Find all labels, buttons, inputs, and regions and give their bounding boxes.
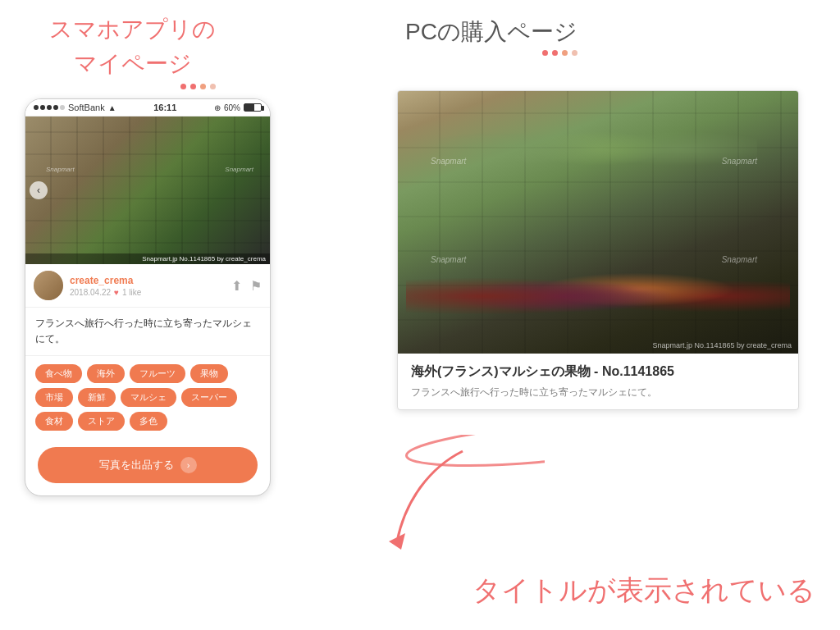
tag-food[interactable]: 食べ物 [35, 364, 82, 383]
status-time: 16:11 [153, 103, 176, 112]
phone-tags: 食べ物 海外 フルーツ 果物 市場 新鮮 マルシェ スーパー 食材 ストア 多色 [25, 356, 270, 439]
dot-1 [180, 84, 186, 89]
arrow-annotation [381, 435, 545, 558]
battery-icon [244, 103, 262, 112]
pc-photo-credit: Snapmart.jp No.1141865 by create_crema [652, 341, 792, 349]
pc-snapmart-3: Snapmart [431, 255, 466, 264]
battery-fill [244, 104, 254, 111]
rdot-1 [542, 50, 548, 56]
pc-product-title: 海外(フランス)マルシェの果物 - No.1141865 [411, 363, 785, 381]
svg-point-0 [405, 435, 545, 473]
phone-description: フランスへ旅行へ行った時に立ち寄ったマルシェにて。 [25, 308, 270, 356]
snapmart-watermark-2: Snapmart [225, 166, 253, 173]
left-section: スマホアプリの マイページ SoftBank ▲ 16: [16, 0, 361, 630]
tag-market[interactable]: 市場 [35, 388, 73, 407]
signal-dot-3 [47, 105, 52, 110]
left-title-block: スマホアプリの マイページ [49, 12, 216, 89]
phone-produce-image [25, 116, 270, 264]
flag-icon[interactable]: ⚑ [250, 278, 262, 294]
phone-status-bar: SoftBank ▲ 16:11 ⊕ 60% [25, 99, 270, 116]
left-title-line1: スマホアプリの [49, 12, 216, 47]
tag-marche[interactable]: マルシェ [121, 388, 176, 407]
snapmart-watermark-1: Snapmart [46, 166, 75, 173]
pc-snapmart-4: Snapmart [722, 255, 757, 264]
battery-label: 60% [224, 103, 240, 112]
phone-photo-credit: Snapmart.jp No.1141865 by create_crema [25, 253, 270, 264]
signal-dot-1 [34, 105, 39, 110]
pc-produce-visual [398, 91, 798, 354]
dot-3 [200, 84, 206, 89]
signal-dot-2 [40, 105, 45, 110]
tag-overseas[interactable]: 海外 [87, 364, 125, 383]
dot-2 [190, 84, 196, 89]
tag-fruits[interactable]: フルーツ [130, 364, 185, 383]
pc-snapmart-1: Snapmart [431, 157, 466, 166]
submit-arrow-icon: › [180, 457, 197, 473]
submit-label: 写真を出品する [99, 458, 174, 472]
status-left: SoftBank ▲ [34, 103, 116, 112]
user-name: create_crema [70, 275, 225, 286]
tag-ingredients[interactable]: 食材 [35, 412, 73, 431]
rdot-2 [552, 50, 558, 56]
tag-store[interactable]: ストア [78, 412, 125, 431]
phone-mockup: SoftBank ▲ 16:11 ⊕ 60% Snapmart Snapmart… [25, 98, 271, 496]
right-section: PCの購入ページ Snapmart Snapmart Snapmart Snap… [381, 0, 815, 630]
user-date: 2018.04.22 ♥ 1 like [70, 288, 225, 297]
user-avatar [34, 271, 63, 300]
wifi-icon: ▲ [108, 103, 116, 112]
battery-tip [262, 106, 264, 111]
status-right: ⊕ 60% [214, 103, 262, 112]
signal-dot-4 [53, 105, 58, 110]
tag-super[interactable]: スーパー [181, 388, 237, 407]
bottom-label: タイトルが表示されている [472, 572, 815, 609]
tag-multicolor[interactable]: 多色 [130, 412, 167, 431]
tag-fruit2[interactable]: 果物 [190, 364, 228, 383]
phone-user-info: create_crema 2018.04.22 ♥ 1 like ⬆ ⚑ [25, 264, 270, 308]
signal-dots [34, 105, 65, 110]
user-actions: ⬆ ⚑ [231, 278, 262, 294]
heart-icon: ♥ [114, 288, 119, 297]
battery-percent: ⊕ [214, 103, 221, 112]
dot-4 [210, 84, 216, 89]
phone-submit-button[interactable]: 写真を出品する › [38, 447, 258, 483]
pc-product-description: フランスへ旅行へ行った時に立ち寄ったマルシェにて。 [411, 386, 785, 399]
right-title-block: PCの購入ページ [405, 16, 578, 56]
left-title-line2: マイページ [49, 47, 216, 81]
pc-product-info: 海外(フランス)マルシェの果物 - No.1141865 フランスへ旅行へ行った… [398, 354, 798, 409]
user-details: create_crema 2018.04.22 ♥ 1 like [70, 275, 225, 297]
carrier-label: SoftBank [68, 103, 105, 112]
signal-dot-5 [60, 105, 65, 110]
pc-snapmart-2: Snapmart [722, 157, 757, 166]
phone-photo: Snapmart Snapmart ‹ Snapmart.jp No.11418… [25, 116, 270, 264]
right-title: PCの購入ページ [405, 16, 578, 48]
pc-product-image: Snapmart Snapmart Snapmart Snapmart Snap… [398, 91, 798, 354]
tag-fresh[interactable]: 新鮮 [78, 388, 116, 407]
phone-back-arrow[interactable]: ‹ [30, 181, 48, 199]
pc-product-card: Snapmart Snapmart Snapmart Snapmart Snap… [397, 90, 799, 410]
rdot-4 [572, 50, 578, 56]
share-icon[interactable]: ⬆ [231, 278, 242, 294]
rdot-3 [562, 50, 568, 56]
